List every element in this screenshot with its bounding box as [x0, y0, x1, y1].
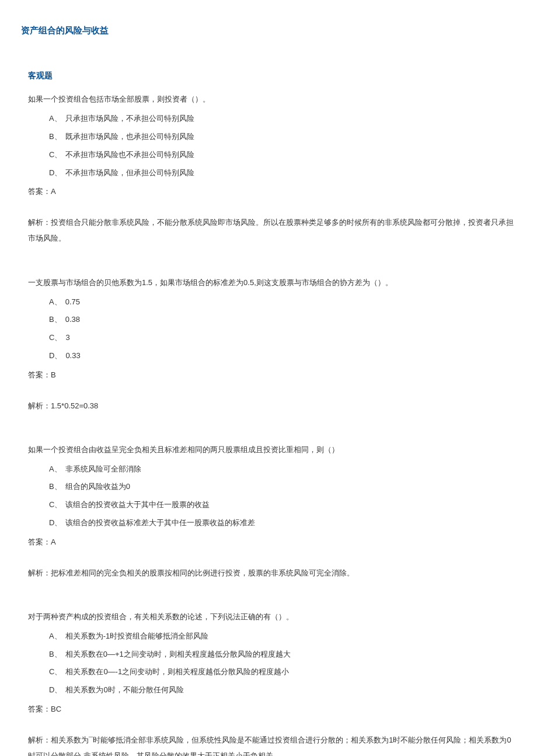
answer-label: 答案：: [28, 705, 51, 713]
answer-value: BC: [51, 705, 61, 713]
answer-label: 答案：: [28, 370, 51, 379]
option-c: C、相关系数在0—-1之间变动时，则相关程度越低分散风险的程度越小: [49, 666, 516, 678]
option-a: A、相关系数为-1时投资组合能够抵消全部风险: [49, 630, 516, 643]
analysis-row: 解析：相关系数为¯时能够抵消全部非系统风险，但系统性风险是不能通过投资组合进行分…: [28, 732, 516, 756]
option-letter: A、: [49, 297, 62, 306]
analysis-label: 解析：: [28, 218, 51, 227]
answer-value: B: [51, 370, 56, 379]
option-letter: A、: [49, 114, 62, 123]
option-letter: B、: [49, 650, 62, 658]
question-stem: 如果一个投资组合包括市场全部股票，则投资者（）。: [28, 93, 516, 106]
option-letter: D、: [49, 518, 62, 527]
option-letter: C、: [49, 150, 62, 159]
analysis-text: 投资组合只能分散非系统风险，不能分散系统风险即市场风险。所以在股票种类足够多的时…: [28, 218, 514, 242]
option-d: D、相关系数为0时，不能分散任何风险: [49, 684, 516, 696]
option-text: 组合的风险收益为0: [65, 482, 130, 491]
option-letter: D、: [49, 168, 62, 177]
option-d: D、0.33: [49, 350, 516, 362]
option-text: 0.33: [65, 351, 80, 360]
option-text: 既承担市场风险，也承担公司特别风险: [65, 132, 194, 141]
option-text: 不承担市场风险，但承担公司特别风险: [65, 168, 194, 177]
option-c: C、该组合的投资收益大于其中任一股票的收益: [49, 499, 516, 511]
answer-row: 答案：A: [28, 536, 516, 549]
analysis-row: 解析：把标准差相同的完全负相关的股票按相同的比例进行投资，股票的非系统风险可完全…: [28, 565, 516, 581]
analysis-label: 解析：: [28, 401, 51, 410]
option-text: 不承担市场风险也不承担公司特别风险: [65, 150, 194, 159]
answer-value: A: [51, 187, 56, 196]
analysis-text: 相关系数为¯时能够抵消全部非系统风险，但系统性风险是不能通过投资组合进行分散的；…: [28, 736, 511, 756]
answer-label: 答案：: [28, 537, 51, 546]
answer-row: 答案：A: [28, 186, 516, 198]
question-block: 如果一个投资组合由收益呈完全负相关且标准差相同的两只股票组成且投资比重相同，则（…: [28, 444, 516, 581]
options-list: A、只承担市场风险，不承担公司特别风险 B、既承担市场风险，也承担公司特别风险 …: [49, 113, 516, 179]
option-d: D、该组合的投资收益标准差大于其中任一股票收益的标准差: [49, 517, 516, 529]
option-letter: D、: [49, 351, 62, 360]
analysis-label: 解析：: [28, 736, 51, 744]
option-c: C、3: [49, 332, 516, 344]
option-b: B、组合的风险收益为0: [49, 481, 516, 493]
option-b: B、相关系数在0—+1之间变动时，则相关程度越低分散风险的程度越大: [49, 649, 516, 661]
question-block: 对于两种资产构成的投资组合，有关相关系数的论述，下列说法正确的有（）。 A、相关…: [28, 611, 516, 756]
options-list: A、非系统风险可全部消除 B、组合的风险收益为0 C、该组合的投资收益大于其中任…: [49, 463, 516, 529]
answer-row: 答案：BC: [28, 703, 516, 716]
option-letter: A、: [49, 464, 62, 473]
option-d: D、不承担市场风险，但承担公司特别风险: [49, 167, 516, 179]
option-text: 只承担市场风险，不承担公司特别风险: [65, 114, 194, 123]
option-letter: B、: [49, 482, 62, 491]
option-a: A、只承担市场风险，不承担公司特别风险: [49, 113, 516, 125]
question-stem: 如果一个投资组合由收益呈完全负相关且标准差相同的两只股票组成且投资比重相同，则（…: [28, 444, 516, 456]
page-title: 资产组合的风险与收益: [21, 23, 516, 37]
question-block: 一支股票与市场组合的贝他系数为1.5，如果市场组合的标准差为0.5,则这支股票与…: [28, 277, 516, 414]
question-stem: 一支股票与市场组合的贝他系数为1.5，如果市场组合的标准差为0.5,则这支股票与…: [28, 277, 516, 289]
option-text: 3: [65, 333, 69, 342]
option-letter: A、: [49, 632, 62, 640]
analysis-row: 解析：1.5*0.52=0.38: [28, 398, 516, 414]
option-b: B、0.38: [49, 314, 516, 326]
answer-row: 答案：B: [28, 369, 516, 382]
option-letter: C、: [49, 333, 62, 342]
option-text: 0.38: [65, 315, 80, 324]
analysis-row: 解析：投资组合只能分散非系统风险，不能分散系统风险即市场风险。所以在股票种类足够…: [28, 214, 516, 247]
options-list: A、相关系数为-1时投资组合能够抵消全部风险 B、相关系数在0—+1之间变动时，…: [49, 630, 516, 696]
option-text: 相关系数为0时，不能分散任何风险: [65, 685, 183, 694]
option-letter: C、: [49, 500, 62, 509]
option-text: 相关系数在0—-1之间变动时，则相关程度越低分散风险的程度越小: [65, 667, 289, 676]
analysis-label: 解析：: [28, 568, 51, 577]
analysis-text: 把标准差相同的完全负相关的股票按相同的比例进行投资，股票的非系统风险可完全消除。: [51, 568, 354, 577]
option-text: 相关系数为-1时投资组合能够抵消全部风险: [65, 632, 209, 640]
option-a: A、非系统风险可全部消除: [49, 463, 516, 476]
option-a: A、0.75: [49, 296, 516, 308]
options-list: A、0.75 B、0.38 C、3 D、0.33: [49, 296, 516, 362]
option-text: 相关系数在0—+1之间变动时，则相关程度越低分散风险的程度越大: [65, 650, 291, 658]
option-c: C、不承担市场风险也不承担公司特别风险: [49, 149, 516, 161]
option-letter: B、: [49, 132, 62, 141]
answer-label: 答案：: [28, 187, 51, 196]
option-b: B、既承担市场风险，也承担公司特别风险: [49, 131, 516, 143]
question-block: 如果一个投资组合包括市场全部股票，则投资者（）。 A、只承担市场风险，不承担公司…: [28, 93, 516, 246]
option-text: 0.75: [65, 297, 80, 306]
option-letter: D、: [49, 685, 62, 694]
answer-value: A: [51, 537, 56, 546]
option-letter: C、: [49, 667, 62, 676]
option-text: 该组合的投资收益大于其中任一股票的收益: [65, 500, 210, 509]
question-stem: 对于两种资产构成的投资组合，有关相关系数的论述，下列说法正确的有（）。: [28, 611, 516, 623]
section-title: 客观题: [28, 69, 516, 82]
option-text: 该组合的投资收益标准差大于其中任一股票收益的标准差: [65, 518, 255, 527]
analysis-text: 1.5*0.52=0.38: [51, 401, 98, 410]
option-letter: B、: [49, 315, 62, 324]
option-text: 非系统风险可全部消除: [65, 464, 141, 473]
